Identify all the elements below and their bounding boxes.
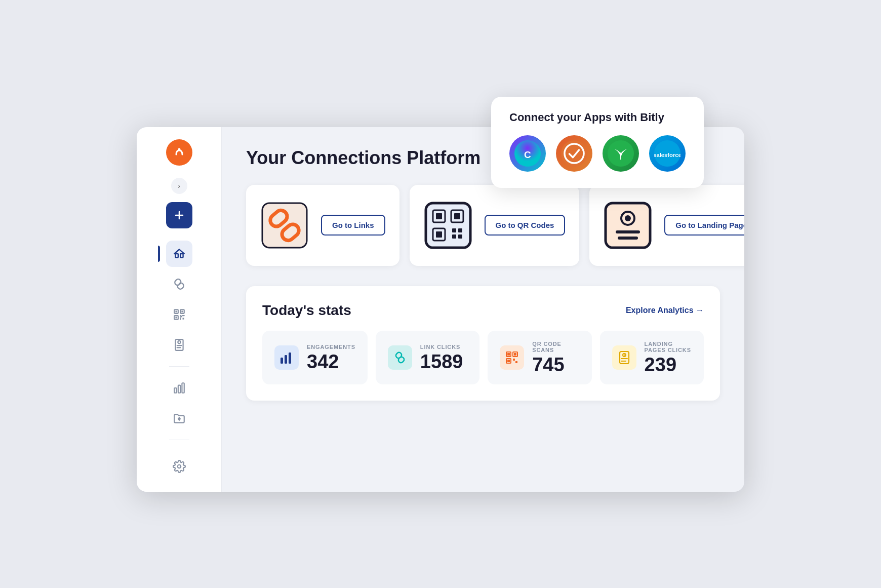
svg-point-8 (178, 148, 180, 150)
stat-engagements: ENGAGEMENTS 342 (262, 331, 368, 384)
svg-point-32 (177, 464, 181, 468)
canva-app-icon[interactable]: C (509, 135, 546, 172)
link-clicks-icon-wrap (388, 345, 412, 370)
svg-marker-31 (177, 416, 181, 421)
qr-scans-icon-wrap (500, 345, 524, 370)
stat-qr-scans: QR CODE SCANS 745 (488, 331, 591, 384)
svg-rect-28 (174, 388, 176, 393)
links-feature-card: Go to Links (246, 185, 399, 266)
bitly-logo[interactable] (166, 139, 192, 166)
links-icon (260, 201, 309, 250)
stat-link-clicks: LINK CLICKS 1589 (376, 331, 479, 384)
svg-rect-62 (514, 353, 516, 356)
svg-rect-46 (458, 228, 462, 232)
engagements-label: ENGAGEMENTS (307, 344, 355, 350)
sidebar-item-home[interactable] (166, 241, 192, 267)
stat-lp-clicks: LANDING PAGES CLICKS 239 (600, 331, 704, 384)
svg-point-25 (178, 340, 180, 343)
link-clicks-value: 1589 (420, 352, 463, 371)
svg-point-68 (623, 354, 624, 355)
qr-scans-info: QR CODE SCANS 745 (532, 341, 579, 374)
engagements-icon-wrap (274, 345, 299, 370)
sidebar-divider (169, 366, 189, 367)
svg-rect-16 (175, 310, 177, 312)
screen-wrapper: Connect your Apps with Bitly C (137, 97, 744, 492)
qr-icon (424, 201, 472, 250)
svg-rect-20 (180, 316, 182, 317)
engagements-value: 342 (307, 352, 355, 371)
go-to-links-button[interactable]: Go to Links (321, 215, 385, 236)
svg-point-7 (171, 144, 187, 161)
svg-text:salesforce: salesforce (654, 152, 680, 158)
svg-rect-47 (452, 234, 456, 239)
sidebar-expand-button[interactable]: › (171, 178, 187, 194)
sidebar-item-settings[interactable] (166, 453, 192, 480)
svg-rect-21 (182, 318, 184, 319)
sidebar: › (137, 127, 222, 492)
explore-analytics-link[interactable]: Explore Analytics → (626, 306, 704, 315)
tooltip-title: Connect your Apps with Bitly (509, 111, 686, 124)
svg-rect-45 (452, 228, 456, 232)
svg-rect-44 (436, 231, 442, 238)
stats-cards: ENGAGEMENTS 342 LINK C (262, 331, 704, 384)
qr-codes-feature-card: Go to QR Codes (410, 185, 580, 266)
qr-scans-label: QR CODE SCANS (532, 341, 579, 353)
stats-header: Today's stats Explore Analytics → (262, 302, 704, 319)
check-app-icon[interactable] (556, 135, 592, 172)
engagements-info: ENGAGEMENTS 342 (307, 344, 355, 371)
svg-rect-42 (454, 213, 460, 219)
svg-rect-53 (616, 230, 640, 233)
salesforce-app-icon[interactable]: salesforce (649, 135, 686, 172)
svg-rect-18 (175, 317, 177, 318)
svg-rect-17 (181, 310, 183, 312)
connect-apps-row: C (509, 135, 686, 172)
sidebar-divider-2 (169, 440, 189, 440)
svg-rect-54 (618, 237, 638, 240)
svg-rect-12 (180, 254, 183, 258)
svg-rect-56 (285, 355, 287, 364)
go-to-qr-codes-button[interactable]: Go to QR Codes (485, 215, 566, 236)
svg-rect-29 (178, 385, 180, 393)
svg-rect-40 (436, 213, 442, 219)
sidebar-item-campaigns[interactable] (166, 405, 192, 432)
svg-point-52 (625, 215, 631, 221)
sidebar-item-analytics[interactable] (166, 375, 192, 401)
link-clicks-info: LINK CLICKS 1589 (420, 344, 463, 371)
svg-rect-30 (182, 383, 184, 393)
svg-rect-65 (515, 361, 517, 363)
svg-rect-37 (426, 203, 470, 248)
svg-rect-57 (289, 352, 291, 364)
lp-clicks-info: LANDING PAGES CLICKS 239 (645, 341, 692, 374)
svg-text:C: C (524, 149, 531, 160)
lp-clicks-label: LANDING PAGES CLICKS (645, 341, 692, 353)
svg-rect-64 (513, 359, 515, 361)
svg-rect-48 (458, 234, 462, 239)
landing-pages-icon (604, 201, 652, 250)
stats-title: Today's stats (262, 302, 351, 319)
connect-tooltip: Connect your Apps with Bitly C (491, 97, 704, 188)
landing-pages-feature-card: Go to Landing Pages (589, 185, 744, 266)
sidebar-item-qr-codes[interactable] (166, 301, 192, 328)
qr-scans-value: 745 (532, 355, 579, 374)
svg-rect-11 (175, 254, 178, 258)
link-clicks-label: LINK CLICKS (420, 344, 463, 350)
svg-rect-61 (507, 353, 510, 356)
sidebar-item-links[interactable] (166, 271, 192, 297)
svg-rect-55 (281, 358, 283, 364)
lp-clicks-value: 239 (645, 355, 692, 374)
feature-cards: Go to Links (246, 185, 720, 266)
sidebar-item-landing-pages[interactable] (166, 332, 192, 358)
svg-rect-63 (507, 360, 510, 362)
stats-section: Today's stats Explore Analytics → (246, 286, 720, 401)
create-button[interactable] (166, 202, 192, 228)
go-to-landing-pages-button[interactable]: Go to Landing Pages (664, 215, 744, 236)
lp-clicks-icon-wrap (612, 345, 636, 370)
sprout-app-icon[interactable] (603, 135, 639, 172)
